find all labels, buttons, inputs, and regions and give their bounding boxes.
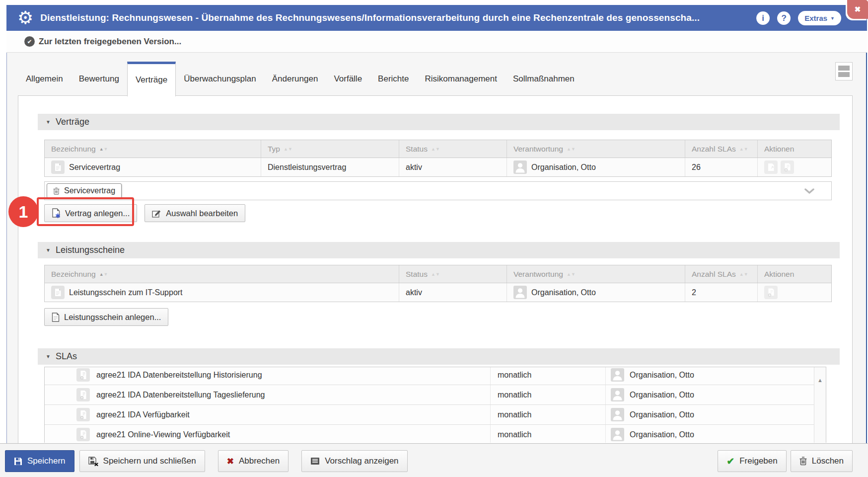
open-contract-action-icon[interactable] <box>764 160 778 174</box>
table-row[interactable]: agree21 IDA Datenbereitstellung Historis… <box>45 367 814 385</box>
tab-panel-vertraege: ▼ Verträge Bezeichnung ▲▼ Typ ▲▼ Status … <box>18 95 853 444</box>
section-header-vertraege[interactable]: ▼ Verträge <box>38 114 840 130</box>
vertraege-table: Bezeichnung ▲▼ Typ ▲▼ Status ▲▼ Verantwo… <box>44 140 832 177</box>
column-header-status[interactable]: Status ▲▼ <box>399 140 507 158</box>
tab-ueberwachungsplan[interactable]: Überwachungsplan <box>176 62 264 96</box>
sla-action-icon[interactable] <box>764 286 778 299</box>
contract-select-field[interactable]: Servicevertrag <box>44 181 832 200</box>
chevron-down-icon: ▼ <box>830 16 835 21</box>
footer-toolbar: Speichern Speichern und schließen ✖ Abbr… <box>0 443 868 477</box>
person-icon <box>611 368 624 382</box>
table-row[interactable]: Servicevertrag Dienstleistungsvertrag ak… <box>45 158 831 176</box>
section-title: Leistungsscheine <box>56 245 125 255</box>
section-title: SLAs <box>56 351 77 362</box>
sla-icon <box>76 428 90 441</box>
column-header-verantwortung[interactable]: Verantwortung ▲▼ <box>507 140 685 158</box>
trash-icon[interactable] <box>53 187 60 195</box>
layout-panels-icon[interactable] <box>835 62 853 80</box>
column-header-bezeichnung[interactable]: Bezeichnung ▲▼ <box>45 265 399 283</box>
tab-aenderungen[interactable]: Änderungen <box>264 62 326 96</box>
column-header-aktionen: Aktionen <box>758 140 831 158</box>
chevron-down-icon <box>804 188 814 194</box>
person-icon <box>611 408 624 421</box>
column-header-status[interactable]: Status ▲▼ <box>399 265 507 283</box>
save-close-icon <box>88 457 98 466</box>
save-and-close-button[interactable]: Speichern und schließen <box>79 450 205 472</box>
section-header-leistungsscheine[interactable]: ▼ Leistungsscheine <box>38 242 840 258</box>
footer-right-buttons: ✔ Freigeben Löschen <box>718 450 853 472</box>
sort-icons: ▲▼ <box>739 147 748 152</box>
window-titlebar: ⚙ Dienstleistung: Rechnungswesen - Übern… <box>6 5 867 31</box>
table-row[interactable]: agree21 Online-Viewing Verfügbarkeit mon… <box>45 425 814 443</box>
column-header-aktionen: Aktionen <box>758 265 831 283</box>
person-icon <box>513 286 527 299</box>
document-icon <box>52 313 60 322</box>
info-button[interactable]: i <box>756 11 770 25</box>
table-row[interactable]: Leistungsschein zum IT-Support aktiv Org… <box>45 283 831 302</box>
section-title: Verträge <box>56 117 89 127</box>
tab-bewertung[interactable]: Bewertung <box>71 62 127 96</box>
version-bar: ✔ Zur letzten freigegebenen Version... <box>6 31 867 53</box>
sla-table: agree21 IDA Datenbereitstellung Historis… <box>44 367 826 443</box>
cancel-button[interactable]: ✖ Abbrechen <box>218 450 289 472</box>
column-header-anzahl-slas[interactable]: Anzahl SLAs ▲▼ <box>685 265 758 283</box>
person-icon <box>611 428 624 441</box>
column-header-bezeichnung[interactable]: Bezeichnung ▲▼ <box>45 140 261 158</box>
contract-icon <box>51 160 65 174</box>
footer-left-buttons: Speichern Speichern und schließen ✖ Abbr… <box>5 450 408 472</box>
close-button[interactable]: ✖ <box>847 0 868 19</box>
save-icon <box>14 457 22 466</box>
sla-rows: agree21 IDA Datenbereitstellung Historis… <box>45 367 814 443</box>
version-link[interactable]: Zur letzten freigegebenen Version... <box>39 37 181 47</box>
sla-icon <box>76 388 90 401</box>
tab-vertraege[interactable]: Verträge <box>127 62 176 96</box>
show-proposal-button[interactable]: Vorschlag anzeigen <box>301 450 407 472</box>
help-button[interactable]: ? <box>777 11 791 25</box>
list-icon <box>310 457 320 465</box>
collapse-icon: ▼ <box>46 354 51 359</box>
annotation-highlight-box <box>37 197 134 226</box>
cancel-x-icon: ✖ <box>227 456 234 467</box>
sort-icons: ▲▼ <box>431 147 439 152</box>
tab-risikomanagement[interactable]: Risikomanagement <box>417 62 505 96</box>
extras-button[interactable]: Extras ▼ <box>798 11 841 25</box>
sort-icons: ▲▼ <box>739 272 748 277</box>
sort-icons: ▲▼ <box>567 147 575 152</box>
table-header-row: Bezeichnung ▲▼ Status ▲▼ Verantwortung ▲… <box>45 265 831 283</box>
vertical-scrollbar[interactable]: ▲ <box>814 367 826 443</box>
help-icon: ? <box>782 13 787 23</box>
column-header-typ[interactable]: Typ ▲▼ <box>261 140 399 158</box>
annotation-step-badge: 1 <box>8 196 38 227</box>
info-icon: i <box>762 13 764 23</box>
collapse-icon: ▼ <box>46 247 51 253</box>
column-header-verantwortung[interactable]: Verantwortung ▲▼ <box>507 265 685 283</box>
check-icon: ✔ <box>726 456 734 467</box>
tab-vorfaelle[interactable]: Vorfälle <box>326 62 370 96</box>
delete-button[interactable]: Löschen <box>791 450 853 472</box>
sort-icons: ▲▼ <box>99 272 108 277</box>
release-button[interactable]: ✔ Freigeben <box>718 450 786 472</box>
selected-contract-chip[interactable]: Servicevertrag <box>47 183 122 198</box>
tab-berichte[interactable]: Berichte <box>370 62 417 96</box>
table-row[interactable]: agree21 IDA Datenbereitstellung Tageslie… <box>45 385 814 405</box>
tab-sollmassnahmen[interactable]: Sollmaßnahmen <box>505 62 582 96</box>
window-border-right <box>866 5 867 443</box>
column-header-anzahl-slas[interactable]: Anzahl SLAs ▲▼ <box>685 140 758 158</box>
save-button[interactable]: Speichern <box>5 450 74 472</box>
panel-bar-bottom <box>838 72 850 77</box>
trash-icon <box>799 457 807 466</box>
tab-bar: Allgemein Bewertung Verträge Überwachung… <box>18 62 582 96</box>
panel-bar-top <box>838 66 850 71</box>
sort-icons: ▲▼ <box>99 147 108 152</box>
sla-action-icon[interactable] <box>781 160 794 174</box>
close-icon: ✖ <box>855 5 861 14</box>
person-icon <box>611 388 624 401</box>
edit-selection-button[interactable]: Auswahl bearbeiten <box>145 204 245 222</box>
section-header-slas[interactable]: ▼ SLAs <box>38 348 840 365</box>
table-row[interactable]: agree21 IDA Verfügbarkeit monatlich Orga… <box>45 405 814 425</box>
tab-allgemein[interactable]: Allgemein <box>18 62 71 96</box>
scroll-up-icon[interactable]: ▲ <box>817 377 823 443</box>
titlebar-actions: i ? Extras ▼ <box>756 11 841 25</box>
collapse-icon: ▼ <box>46 119 51 125</box>
create-performance-record-button[interactable]: Leistungsschein anlegen... <box>44 308 168 326</box>
